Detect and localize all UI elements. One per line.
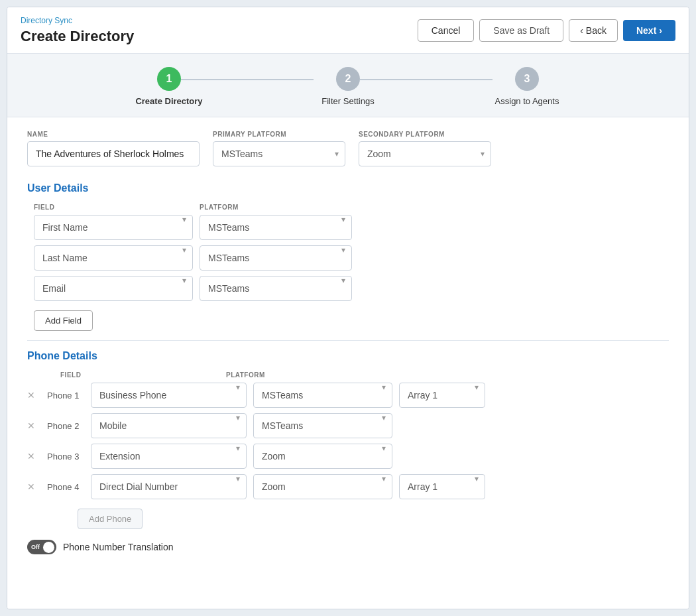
page-title: Create Directory [21, 28, 418, 45]
user-field-select-0[interactable]: First Name Last Name Email [34, 215, 193, 240]
user-platform-col-label: PLATFORM [200, 204, 352, 211]
toggle-state-label: Off [31, 544, 40, 550]
step-3-label: Assign to Agents [495, 96, 559, 106]
next-button[interactable]: Next › [623, 20, 675, 41]
step-1-label: Create Directory [135, 96, 202, 106]
user-field-select-wrapper-1: Last Name First Name Email ▾ [34, 245, 193, 271]
phone-0-array-wrapper: Array 1 Array 2 ▾ [399, 383, 485, 408]
phone-3-array-wrapper: Array 1 Array 2 ▾ [399, 474, 485, 499]
divider-1 [27, 340, 669, 341]
phone-2-platform-select[interactable]: Zoom MSTeams [253, 444, 392, 469]
phone-field-col-label: FIELD [60, 371, 219, 379]
user-platform-select-1[interactable]: MSTeams Zoom [200, 245, 352, 271]
chevron-left-icon: ‹ [580, 25, 583, 36]
primary-platform-select[interactable]: MSTeams Zoom [213, 141, 345, 166]
phone-3-field-wrapper: Direct Dial Number Business Phone Mobile… [91, 474, 247, 499]
breadcrumb: Directory Sync [21, 16, 418, 25]
user-platform-select-wrapper-1: MSTeams Zoom ▾ [200, 245, 352, 271]
back-button[interactable]: ‹ Back [569, 19, 618, 42]
phone-0-field-wrapper: Business Phone Mobile Extension Direct D… [91, 383, 247, 408]
step-3-circle: 3 [515, 67, 539, 91]
phone-3-label: Phone 4 [47, 482, 84, 492]
phone-2-field-wrapper: Extension Business Phone Mobile Direct D… [91, 444, 247, 469]
phone-0-label: Phone 1 [47, 391, 84, 400]
phone-2-platform-wrapper: Zoom MSTeams ▾ [253, 444, 392, 469]
remove-phone-1-icon[interactable]: ✕ [27, 420, 40, 431]
user-field-row-0: First Name Last Name Email ▾ MSTeams Zoo… [27, 215, 669, 240]
main-content: NAME PRIMARY PLATFORM MSTeams Zoom ▾ SEC… [7, 117, 689, 609]
step-line-2 [360, 79, 493, 80]
user-field-select-1[interactable]: Last Name First Name Email [34, 245, 193, 271]
step-2: 2 Filter Settings [295, 67, 401, 106]
phone-0-platform-wrapper: MSTeams Zoom ▾ [253, 383, 392, 408]
chevron-right-icon: › [659, 25, 662, 36]
page-header: Directory Sync Create Directory Cancel S… [7, 7, 689, 54]
name-group: NAME [27, 131, 200, 166]
name-label: NAME [27, 131, 200, 138]
user-platform-select-wrapper-0: MSTeams Zoom ▾ [200, 215, 352, 240]
step-2-label: Filter Settings [321, 96, 374, 106]
user-field-select-wrapper-2: Email First Name Last Name ▾ [34, 276, 193, 301]
phone-row-1: ✕ Phone 2 Mobile Business Phone Extensio… [27, 413, 669, 438]
phone-row-2: ✕ Phone 3 Extension Business Phone Mobil… [27, 444, 669, 469]
phone-1-platform-select[interactable]: MSTeams Zoom [253, 413, 392, 438]
primary-platform-select-wrapper: MSTeams Zoom ▾ [213, 141, 345, 166]
phone-0-field-select[interactable]: Business Phone Mobile Extension Direct D… [91, 383, 247, 408]
phone-translation-label: Phone Number Translation [63, 542, 174, 552]
phone-details-title: Phone Details [27, 350, 669, 362]
save-draft-button[interactable]: Save as Draft [479, 19, 563, 42]
phone-1-label: Phone 2 [47, 421, 84, 431]
phone-3-platform-wrapper: Zoom MSTeams ▾ [253, 474, 392, 499]
secondary-platform-select[interactable]: Zoom MSTeams [359, 141, 491, 166]
add-field-button[interactable]: Add Field [34, 310, 93, 331]
phone-0-array-select[interactable]: Array 1 Array 2 [399, 383, 485, 408]
remove-phone-3-icon[interactable]: ✕ [27, 481, 40, 492]
steps-container: 1 Create Directory 2 Filter Settings 3 A… [116, 67, 580, 106]
phone-1-platform-wrapper: MSTeams Zoom ▾ [253, 413, 392, 438]
phone-3-array-select[interactable]: Array 1 Array 2 [399, 474, 485, 499]
user-field-select-2[interactable]: Email First Name Last Name [34, 276, 193, 301]
phone-3-field-select[interactable]: Direct Dial Number Business Phone Mobile… [91, 474, 247, 499]
remove-phone-2-icon[interactable]: ✕ [27, 451, 40, 462]
user-platform-select-2[interactable]: MSTeams Zoom [200, 276, 352, 301]
phone-header-row: FIELD PLATFORM [27, 371, 669, 379]
user-details-title: User Details [27, 182, 669, 194]
phone-translation-toggle[interactable]: Off [27, 540, 56, 554]
header-left: Directory Sync Create Directory [21, 16, 418, 45]
step-2-circle: 2 [336, 67, 360, 91]
header-actions: Cancel Save as Draft ‹ Back Next › [418, 19, 675, 42]
toggle-knob [43, 542, 54, 553]
user-platform-select-0[interactable]: MSTeams Zoom [200, 215, 352, 240]
phone-translation-toggle-row: Off Phone Number Translation [27, 540, 669, 554]
phone-3-platform-select[interactable]: Zoom MSTeams [253, 474, 392, 499]
user-field-row-2: Email First Name Last Name ▾ MSTeams Zoo… [27, 276, 669, 301]
step-1: 1 Create Directory [116, 67, 222, 106]
step-3: 3 Assign to Agents [474, 67, 580, 106]
steps-bar: 1 Create Directory 2 Filter Settings 3 A… [7, 54, 689, 117]
add-phone-button[interactable]: Add Phone [78, 509, 143, 529]
user-field-select-wrapper-0: First Name Last Name Email ▾ [34, 215, 193, 240]
remove-phone-0-icon[interactable]: ✕ [27, 390, 40, 400]
phone-2-label: Phone 3 [47, 452, 84, 462]
phone-row-0: ✕ Phone 1 Business Phone Mobile Extensio… [27, 383, 669, 408]
phone-0-platform-select[interactable]: MSTeams Zoom [253, 383, 392, 408]
user-field-col-label: FIELD [34, 204, 193, 211]
step-1-circle: 1 [157, 67, 181, 91]
cancel-button[interactable]: Cancel [418, 19, 475, 42]
phone-platform-col-label: PLATFORM [226, 371, 378, 379]
user-field-row-1: Last Name First Name Email ▾ MSTeams Zoo… [27, 245, 669, 271]
phone-row-3: ✕ Phone 4 Direct Dial Number Business Ph… [27, 474, 669, 499]
secondary-platform-select-wrapper: Zoom MSTeams ▾ [359, 141, 491, 166]
step-line-1 [181, 79, 314, 80]
phone-2-field-select[interactable]: Extension Business Phone Mobile Direct D… [91, 444, 247, 469]
phone-1-field-select[interactable]: Mobile Business Phone Extension Direct D… [91, 413, 247, 438]
top-form-row: NAME PRIMARY PLATFORM MSTeams Zoom ▾ SEC… [27, 131, 669, 166]
phone-1-field-wrapper: Mobile Business Phone Extension Direct D… [91, 413, 247, 438]
primary-platform-label: PRIMARY PLATFORM [213, 131, 345, 138]
primary-platform-group: PRIMARY PLATFORM MSTeams Zoom ▾ [213, 131, 345, 166]
name-input[interactable] [27, 141, 200, 166]
secondary-platform-group: SECONDARY PLATFORM Zoom MSTeams ▾ [359, 131, 491, 166]
user-platform-select-wrapper-2: MSTeams Zoom ▾ [200, 276, 352, 301]
user-details-header: FIELD PLATFORM [27, 204, 669, 211]
secondary-platform-label: SECONDARY PLATFORM [359, 131, 491, 138]
